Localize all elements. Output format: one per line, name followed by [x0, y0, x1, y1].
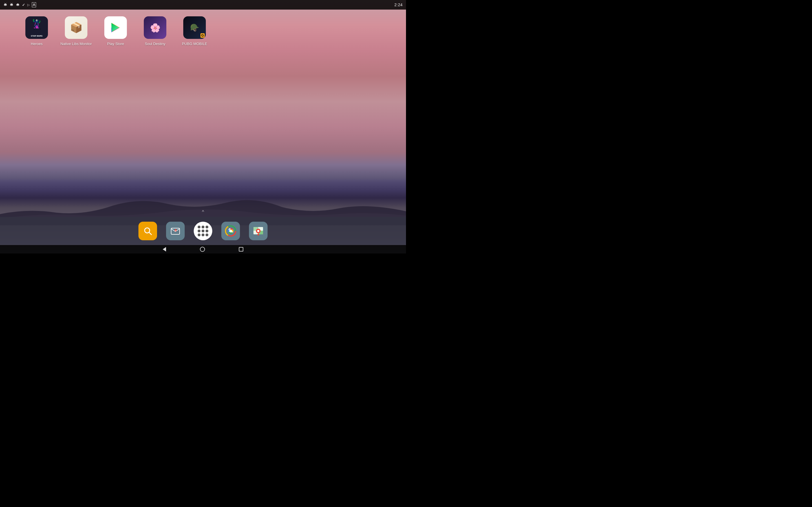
- svg-rect-2: [4, 4, 4, 5]
- pubg-label: PUBG MOBILE: [182, 42, 207, 46]
- nav-recents-button[interactable]: [239, 247, 243, 251]
- soul-destiny-label: Soul Destiny: [145, 42, 165, 46]
- drawer-handle[interactable]: ^: [196, 207, 210, 217]
- native-libs-label: Native Libs Monitor: [60, 42, 92, 46]
- svg-rect-18: [16, 4, 17, 5]
- apps-dot-7: [198, 233, 200, 236]
- nav-bar: [0, 245, 406, 253]
- svg-rect-13: [12, 5, 12, 6]
- svg-rect-4: [5, 5, 5, 6]
- dock-maps-button[interactable]: [249, 222, 267, 240]
- a-status-icon: A: [32, 2, 36, 7]
- status-icons-left: ✓ ▷ A: [3, 2, 36, 7]
- apps-dot-1: [198, 226, 200, 228]
- apps-dot-8: [202, 233, 204, 236]
- apps-dot-5: [202, 230, 204, 232]
- heroes-label: Heroes: [31, 42, 43, 46]
- svg-rect-5: [6, 5, 6, 6]
- check-status-icon: ✓: [22, 3, 25, 7]
- apps-dot-9: [206, 233, 208, 236]
- apps-dot-4: [198, 230, 200, 232]
- apps-dot-2: [202, 226, 204, 228]
- play-store-label: Play Store: [107, 42, 124, 46]
- status-time: 2:24: [395, 3, 403, 7]
- app-item-soul-destiny[interactable]: 🌸 Soul Destiny: [135, 14, 175, 48]
- back-icon: [163, 247, 166, 251]
- svg-text:$: $: [175, 230, 176, 232]
- svg-rect-19: [19, 4, 19, 5]
- nav-home-button[interactable]: [200, 247, 205, 252]
- native-libs-icon-wrapper: [65, 16, 87, 39]
- all-apps-dots: [194, 222, 212, 240]
- play-store-icon-wrapper: [104, 16, 127, 39]
- android-status-icon-3: [16, 3, 20, 7]
- svg-line-6: [4, 3, 5, 3]
- svg-line-15: [12, 3, 12, 3]
- dock-chrome-button[interactable]: [221, 222, 240, 240]
- heroes-darth-icon: 🦹: [31, 18, 43, 30]
- nav-back-button[interactable]: [163, 247, 166, 251]
- status-bar: ✓ ▷ A 2:24: [0, 0, 406, 10]
- android-status-icon-1: [3, 3, 7, 7]
- app-item-play-store[interactable]: Play Store: [96, 14, 135, 48]
- apps-dot-6: [206, 230, 208, 232]
- dock: $: [0, 217, 406, 245]
- recents-icon: [239, 247, 243, 251]
- pubg-icon: 🪖 G: [183, 16, 206, 39]
- dock-mail-button[interactable]: $: [166, 222, 185, 240]
- android-status-icon-2: [10, 3, 13, 7]
- svg-rect-12: [11, 5, 11, 6]
- soul-destiny-icon: 🌸: [144, 16, 166, 39]
- play-store-icon: [104, 16, 127, 39]
- heroes-icon: 🦹 STAR WARS: [26, 16, 48, 39]
- app-item-pubg[interactable]: 🪖 G PUBG MOBILE: [175, 14, 214, 48]
- dock-search-button[interactable]: [139, 222, 157, 240]
- svg-rect-11: [13, 4, 13, 5]
- app-item-heroes[interactable]: 🦹 STAR WARS Heroes: [17, 14, 56, 48]
- dock-all-apps-button[interactable]: [194, 222, 212, 240]
- app-grid: 🦹 STAR WARS Heroes Native Libs Monitor: [17, 14, 389, 48]
- home-icon: [200, 247, 205, 252]
- native-libs-icon: [65, 16, 87, 39]
- soul-destiny-icon-wrapper: 🌸: [144, 16, 166, 39]
- svg-point-39: [257, 230, 259, 232]
- pubg-icon-wrapper: 🪖 G: [183, 16, 206, 39]
- play-status-icon: ▷: [28, 3, 30, 7]
- apps-dot-3: [206, 226, 208, 228]
- svg-rect-21: [18, 5, 18, 6]
- svg-point-30: [229, 230, 232, 232]
- heroes-icon-text: STAR WARS: [27, 35, 47, 37]
- app-item-native-libs[interactable]: Native Libs Monitor: [56, 14, 96, 48]
- svg-line-14: [11, 3, 11, 3]
- heroes-icon-wrapper: 🦹 STAR WARS: [26, 16, 48, 39]
- svg-line-25: [149, 232, 151, 235]
- svg-rect-10: [10, 4, 10, 5]
- svg-rect-20: [17, 5, 17, 6]
- svg-rect-3: [6, 4, 7, 5]
